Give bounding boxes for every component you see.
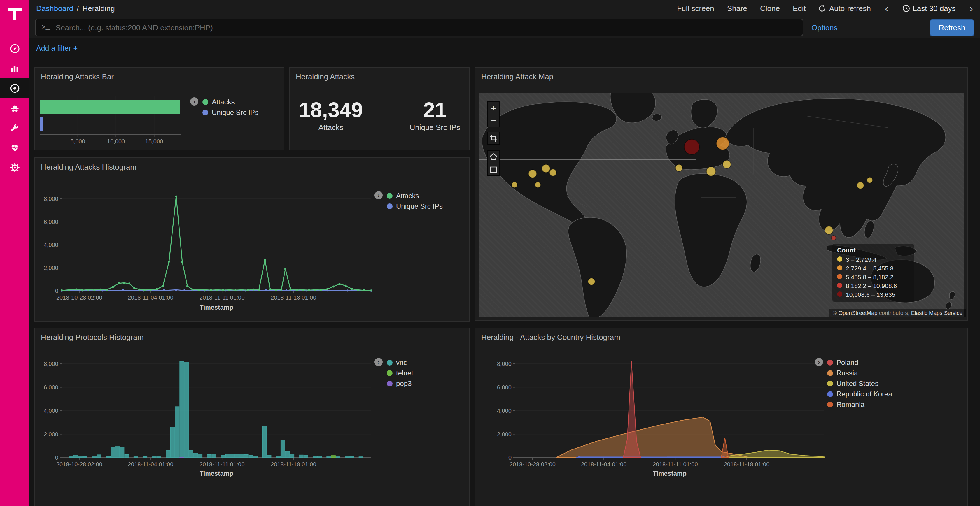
legend-toggle-icon[interactable]: › [374,191,383,199]
edit-button[interactable]: Edit [793,4,806,13]
legend-item-attacks[interactable]: Attacks [202,97,258,107]
options-link[interactable]: Options [811,23,838,32]
protocols-bar-chart[interactable]: 02,0004,0006,0008,0002018-10-28 02:00201… [35,328,469,506]
svg-text:2018-11-04 01:00: 2018-11-04 01:00 [581,461,627,468]
svg-text:15,000: 15,000 [145,138,163,144]
panel-title[interactable]: Heralding Attacks [290,68,469,81]
svg-text:2018-11-11 01:00: 2018-11-11 01:00 [199,294,245,301]
telekom-logo[interactable] [0,5,29,22]
legend-item-united-states[interactable]: United States [827,378,892,389]
sidebar-item-threats[interactable] [0,98,29,118]
metric-group: 18,349 Attacks 21 Unique Src IPs [290,98,469,132]
sidebar-item-tools[interactable] [0,118,29,138]
clone-button[interactable]: Clone [760,4,780,13]
country-area-chart[interactable]: 02,0004,0006,0008,0002018-10-28 02:00201… [476,328,968,506]
metric-value: 21 [409,98,460,122]
legend-item-telnet[interactable]: telnet [387,368,413,378]
attacks-line-chart[interactable]: 02,0004,0006,0008,0002018-10-28 02:00201… [35,158,469,322]
legend-toggle-icon[interactable]: › [815,358,823,366]
legend-toggle-icon[interactable]: › [190,97,198,106]
legend-dot [827,391,833,397]
sidebar-item-dashboards[interactable] [0,78,29,98]
map-zoom-controls: + − [487,102,500,127]
kibana-dashboard-app: Dashboard / Heralding Full screen Share … [0,0,980,506]
elastic-maps-service-link[interactable]: Elastic Maps Service [911,309,963,316]
top-navbar: Dashboard / Heralding Full screen Share … [29,0,980,17]
legend-item-vnc[interactable]: vnc [387,357,413,368]
svg-text:2018-11-11 01:00: 2018-11-11 01:00 [199,461,245,468]
legend-dot [827,381,833,387]
sidebar-item-visualize[interactable] [0,58,29,78]
panel-heralding-attacks-bar: Heralding Attacks Bar 5,00010,00015,000 … [34,67,284,151]
sidebar-nav [0,38,29,177]
svg-text:6,000: 6,000 [44,219,58,225]
legend-toggle-icon[interactable]: › [374,358,383,366]
crop-icon [490,135,497,142]
legend-dot [202,109,208,116]
map-legend-item: 8,182.2 – 10,908.6 [837,281,909,290]
topnav-actions: Full screen Share Clone Edit Auto-refres… [677,3,974,13]
legend-item-pop3[interactable]: pop3 [387,378,413,389]
legend-dot [837,292,842,297]
protocols-legend: › vnc telnet pop3 [374,357,413,389]
legend-dot [387,193,393,199]
openstreetmap-link[interactable]: OpenStreetMap [838,309,877,316]
map-legend-item: 2,729.4 – 5,455.8 [837,263,909,272]
add-filter-link[interactable]: Add a filter+ [36,44,78,52]
draw-rectangle-button[interactable] [487,163,500,176]
svg-text:0: 0 [508,454,512,461]
refresh-button[interactable]: Refresh [930,19,974,36]
svg-text:2018-11-18 01:00: 2018-11-18 01:00 [270,294,316,301]
zoom-in-button[interactable]: + [487,102,500,114]
svg-text:2018-10-28 02:00: 2018-10-28 02:00 [56,461,102,468]
fit-bounds-button[interactable] [487,132,500,144]
full-screen-button[interactable]: Full screen [677,4,714,13]
legend-item-attacks[interactable]: Attacks [387,190,443,201]
legend-item-unique-src-ips[interactable]: Unique Src IPs [202,107,258,118]
svg-text:2,000: 2,000 [44,431,58,438]
search-box[interactable]: >_ [35,19,803,36]
legend-dot [387,360,393,365]
panel-heralding-attack-map: Heralding Attack Map [475,67,968,320]
bar-chart-icon [10,63,19,73]
zoom-out-button[interactable]: − [487,114,500,127]
sidebar-item-settings[interactable] [0,157,29,177]
panel-title[interactable]: Heralding Attack Map [476,68,967,81]
legend-item-russia[interactable]: Russia [827,368,892,378]
time-range-picker[interactable]: Last 30 days [902,4,956,13]
sidebar-item-health[interactable] [0,138,29,157]
main-area: Dashboard / Heralding Full screen Share … [29,0,980,506]
share-button[interactable]: Share [727,4,747,13]
legend-dot [827,370,833,376]
search-input[interactable] [54,22,803,32]
map-legend-item: 3 – 2,729.4 [837,255,909,263]
legend-item-poland[interactable]: Poland [827,357,892,368]
auto-refresh-button[interactable]: Auto-refresh [819,4,871,13]
sidebar-item-overview[interactable] [0,38,29,58]
breadcrumb-dashboard-link[interactable]: Dashboard [36,4,73,13]
breadcrumb-current: Heralding [82,4,115,13]
legend-item-unique-src-ips[interactable]: Unique Src IPs [387,201,443,212]
time-back-chevron[interactable]: ‹ [884,3,889,13]
draw-polygon-button[interactable] [487,151,500,163]
bar-chart-legend: › Attacks Unique Src IPs [190,97,258,118]
legend-item-romania[interactable]: Romania [827,399,892,410]
breadcrumb-separator: / [77,4,79,13]
map-draw-controls [487,151,500,176]
svg-text:2018-11-18 01:00: 2018-11-18 01:00 [724,461,769,468]
panel-heralding-attacks-histogram: Heralding Attacks Histogram 02,0004,0006… [34,157,469,322]
map-crop-control [487,132,500,144]
dashboard-grid: Heralding Attacks Bar 5,00010,00015,000 … [29,58,980,506]
x-axis-label: Timestamp [181,470,251,477]
legend-item-republic-of-korea[interactable]: Republic of Korea [827,389,892,399]
console-prompt-icon: >_ [41,23,50,32]
legend-dot [827,402,833,408]
panel-heralding-attacks-by-country: Heralding - Attacks by Country Histogram… [475,328,968,506]
map-legend-title: Count [837,247,909,254]
tpot-sidebar [0,0,29,506]
x-axis-label: Timestamp [635,470,705,477]
svg-text:8,000: 8,000 [44,195,58,202]
svg-text:8,000: 8,000 [497,360,512,367]
map-legend-item: 10,908.6 – 13,635 [837,290,909,298]
time-forward-chevron[interactable]: › [969,3,974,13]
